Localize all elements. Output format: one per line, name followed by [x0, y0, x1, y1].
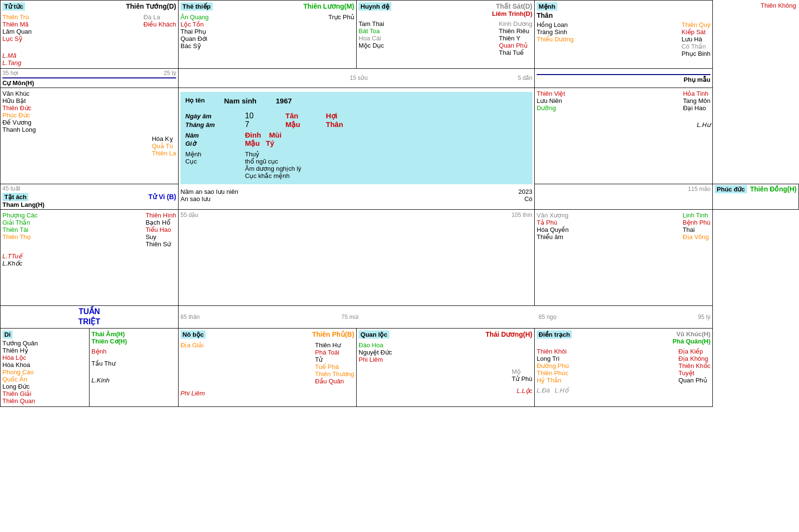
item: Thiên Tài	[2, 226, 38, 233]
cell-menh: Mệnh Thân Hồng Loan Tràng Sinh Thiểu Dươ…	[535, 0, 713, 69]
info-nam-an-val: 2023	[518, 188, 532, 195]
label-tat-ach: Tật ách	[2, 193, 28, 201]
cell-quan-loc: Quan lộc Thái Dương(H) Đào Hoa Nguyệt Đứ…	[357, 328, 535, 406]
item: Thiên Quan	[2, 397, 87, 405]
item: Hóa Lộc	[2, 354, 87, 361]
items-bottom-dien-trach: L.Đà L.Hổ	[537, 387, 710, 394]
item: Tràng Sinh	[537, 28, 574, 36]
info-cuc-khac: Cục khắc mệnh	[245, 172, 528, 179]
sub-label-than: Thân	[537, 12, 710, 19]
item: Phượng Các	[2, 212, 38, 219]
item: Thiên Khốc	[678, 362, 710, 369]
age-hoi: 35 hợi 25 tý Cự Môn(H)	[0, 69, 179, 88]
cell-tu-tuc: Tử tức Thiên Tướng(D) Thiên Trù Thiên Mã…	[0, 0, 179, 69]
cell-thai-am: Thái Âm(H) Thiên Cơ(H) Bệnh Tầu Thư L.Kí…	[90, 328, 179, 406]
item: Thiên Y	[499, 35, 532, 42]
info-chi-ngay: Hợi	[326, 112, 364, 120]
item: Quốc Ấn	[2, 376, 87, 383]
item: Phong Cáo	[2, 368, 87, 376]
item: Đào Hoa	[359, 342, 532, 349]
info-menh-val: Thuỷ	[245, 151, 528, 158]
header-thai-duong: Thái Dương(H)	[486, 330, 532, 338]
label-dien-trach: Điền trạch	[537, 330, 572, 339]
info-gio-can-chi: Mậu Tý	[245, 139, 322, 148]
items-quan-loc: Đào Hoa Nguyệt Đức Phi Liêm	[359, 342, 532, 363]
items-phu-mau: Thiên Việt Lưu Niên Dưỡng Hỏa Tinh Tang …	[537, 90, 710, 112]
items-left-tu-tuc: Thiên Trù Thiên Mã Lâm Quan Lục Sỹ	[2, 13, 32, 42]
item: Trực Phủ	[328, 13, 354, 21]
item: L.Tang	[2, 59, 176, 66]
item: Ân Quang	[180, 13, 209, 21]
items-left-menh: Hồng Loan Tràng Sinh Thiểu Dương	[537, 21, 574, 57]
item: L.Đà	[537, 387, 550, 394]
item: Hồng Loan	[537, 21, 574, 28]
label-menh: Mệnh	[537, 2, 557, 11]
items-right-the-thiep: Trực Phủ	[328, 13, 354, 50]
info-cuc-val: thổ ngũ cục	[245, 158, 528, 165]
item: Quả Tú	[152, 142, 176, 150]
header-huynh-de: Thất Sát(D)	[492, 2, 532, 10]
item: Thai	[683, 226, 710, 233]
info-nam-label: Năm	[185, 132, 243, 139]
header-pha-quan: Phá Quân(H)	[672, 338, 710, 345]
item: Hữu Bật	[2, 97, 176, 104]
header-thien-dong: Thiên Đồng(H)	[750, 185, 797, 193]
items-bottom-tat-ach: L.TTuế L.Khốc	[2, 253, 176, 267]
item: Hỷ Thần	[537, 377, 569, 384]
item: Bác Sỹ	[180, 42, 209, 50]
item: Tướng Quân	[2, 340, 87, 347]
item: Long Trì	[537, 355, 569, 362]
header-the-thiep: Thiên Lương(M)	[303, 2, 354, 10]
item: Thiên Giải	[2, 390, 87, 397]
item: Tả Phù	[537, 219, 569, 226]
label-phuc-duc: Phúc đức	[715, 185, 747, 193]
age-dan: Phụ mẫu	[535, 69, 713, 88]
item: Đế Vương	[2, 119, 176, 126]
item: Thiên Hư	[315, 342, 354, 349]
item: Đầu Quân	[315, 378, 354, 385]
item: Hoa Cái	[359, 35, 384, 42]
item: Thiên Thọ	[2, 233, 38, 241]
info-chi-thang: Thân	[326, 120, 364, 128]
item: Địa Kiếp	[678, 348, 710, 355]
items-right-menh: Thiên Quý Kiếp Sát Lưu Hà Cô Thần Phục B…	[682, 21, 710, 57]
item: Tử Phù	[512, 375, 532, 382]
item: Hóa Kỵ	[152, 135, 176, 142]
label-huynh-de: Huynh đệ	[359, 2, 391, 11]
item: L.Hổ	[554, 387, 568, 394]
info-an-sao-val: Có	[524, 195, 532, 203]
header-thien-co: Thiên Cơ(H)	[91, 338, 176, 345]
item: Thiên Việt	[537, 90, 565, 97]
items-right-tat-ach: Thiên Hình Bạch Hổ Tiểu Hao Suy Thiên Sứ	[145, 212, 176, 248]
item: Bệnh Phù	[683, 219, 710, 226]
item: Văn Xương	[537, 212, 569, 219]
label-quan-loc: Quan lộc	[359, 330, 389, 339]
cell-age-mao: 115 mão	[535, 184, 713, 210]
cell-di: Di Tướng Quân Thiên Hỷ Hóa Lộc Hóa Khoa …	[0, 328, 90, 406]
items-left-huynh-de: Tam Thai Bát Toa Hoa Cái Mộc Dục	[359, 20, 384, 56]
item: Bát Toa	[359, 27, 384, 35]
item: Văn Khúc	[2, 90, 176, 97]
item: Tuế Phá	[315, 363, 354, 370]
item: Quan Phủ	[499, 42, 532, 49]
item: Linh Tinh	[683, 212, 710, 219]
item: Đường Phù	[537, 362, 569, 369]
item: Thái Tuế	[499, 49, 532, 56]
header-thien-phu: Thiên Phủ(B)	[312, 330, 354, 338]
item: Địa Giải	[180, 342, 204, 349]
item: L.Kính	[91, 377, 176, 384]
item: Thiên Mã	[2, 21, 32, 28]
header-tu-vi: Tử Vi (B)	[148, 193, 176, 201]
item: L.Mã	[2, 52, 176, 59]
items-right-tu-tuc: Đà La Điều Khách	[143, 13, 176, 42]
item-phi-liem: Phi Liêm	[180, 390, 354, 397]
item: Địa Không	[678, 355, 710, 362]
info-thang-am-label: Tháng âm	[185, 121, 243, 128]
header2-huynh-de: Liêm Trinh(D)	[492, 10, 532, 17]
item: Cô Thần	[682, 43, 710, 50]
item: L.TTuế	[2, 253, 22, 260]
items-tai-bach: Văn Khúc Hữu Bật Thiên Đức Phúc Đức Đế V…	[2, 90, 176, 133]
item: Lâm Quan	[2, 28, 32, 35]
item: Thiểu Dương	[537, 36, 574, 43]
label-the-thiep: Thê thiếp	[180, 2, 213, 11]
